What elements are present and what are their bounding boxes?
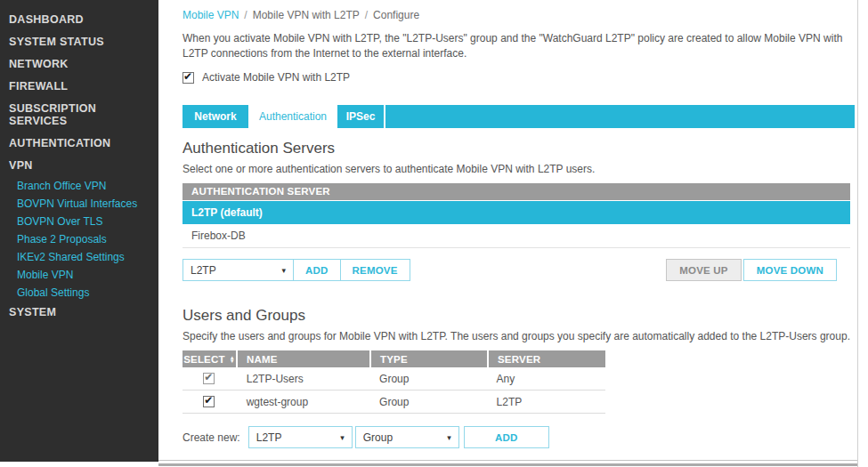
add-server-button[interactable]: ADD bbox=[294, 259, 341, 281]
breadcrumb-link-mobile-vpn[interactable]: Mobile VPN bbox=[183, 9, 239, 21]
column-header-server[interactable]: SERVER bbox=[489, 350, 605, 367]
tab-bar-filler bbox=[385, 105, 855, 128]
sidebar-item-mobile-vpn[interactable]: Mobile VPN bbox=[0, 266, 158, 284]
create-new-type-select[interactable]: Group ▾ bbox=[355, 426, 459, 448]
breadcrumb-separator: / bbox=[365, 9, 368, 21]
chevron-down-icon: ▾ bbox=[340, 433, 345, 442]
frame-bottom-edge bbox=[158, 463, 857, 466]
sidebar-item-global-settings[interactable]: Global Settings bbox=[0, 284, 158, 302]
auth-servers-table-header: AUTHENTICATION SERVER bbox=[183, 183, 850, 200]
move-down-button[interactable]: MOVE DOWN bbox=[743, 259, 837, 281]
intro-description: When you activate Mobile VPN with L2TP, … bbox=[183, 31, 843, 61]
main-content: Mobile VPN/Mobile VPN with L2TP/Configur… bbox=[158, 0, 858, 467]
row-server: Any bbox=[488, 373, 604, 385]
column-header-type[interactable]: TYPE bbox=[371, 350, 487, 367]
auth-server-row-firebox-db[interactable]: Firebox-DB bbox=[183, 224, 850, 248]
chevron-down-icon: ▾ bbox=[281, 266, 286, 275]
activate-row: Activate Mobile VPN with L2TP bbox=[183, 71, 857, 84]
sidebar: DASHBOARD SYSTEM STATUS NETWORK FIREWALL… bbox=[0, 0, 158, 462]
activate-l2tp-label: Activate Mobile VPN with L2TP bbox=[202, 71, 350, 84]
create-new-server-select[interactable]: L2TP ▾ bbox=[248, 426, 353, 448]
column-header-name[interactable]: NAME bbox=[238, 350, 369, 367]
create-new-row: Create new: L2TP ▾ Group ▾ ADD bbox=[183, 426, 857, 448]
sidebar-item-branch-office-vpn[interactable]: Branch Office VPN bbox=[0, 177, 158, 195]
sidebar-item-bovpn-over-tls[interactable]: BOVPN Over TLS bbox=[0, 213, 158, 230]
users-groups-table: SELECT ▲▼ NAME TYPE SERVER L2TP-Users Gr… bbox=[183, 350, 605, 414]
sort-icon: ▲▼ bbox=[230, 356, 235, 363]
create-new-label: Create new: bbox=[183, 431, 240, 444]
sidebar-item-network[interactable]: NETWORK bbox=[0, 53, 158, 76]
sidebar-item-vpn[interactable]: VPN bbox=[0, 155, 158, 177]
chevron-down-icon: ▾ bbox=[447, 433, 451, 442]
sidebar-item-bovpn-virtual-interfaces[interactable]: BOVPN Virtual Interfaces bbox=[0, 195, 158, 213]
row-select-checkbox[interactable] bbox=[203, 396, 215, 407]
create-new-type-value: Group bbox=[363, 431, 393, 444]
breadcrumb-item-configure: Configure bbox=[373, 9, 419, 21]
column-header-select-label: SELECT bbox=[183, 354, 225, 365]
remove-server-button[interactable]: REMOVE bbox=[341, 259, 410, 281]
breadcrumb: Mobile VPN/Mobile VPN with L2TP/Configur… bbox=[183, 9, 857, 21]
auth-server-select-value: L2TP bbox=[191, 264, 216, 277]
move-up-button[interactable]: MOVE UP bbox=[666, 259, 741, 281]
sidebar-item-phase-2-proposals[interactable]: Phase 2 Proposals bbox=[0, 230, 158, 248]
sidebar-item-system[interactable]: SYSTEM bbox=[0, 302, 158, 324]
sidebar-item-firewall[interactable]: FIREWALL bbox=[0, 76, 158, 98]
table-row: L2TP-Users Group Any bbox=[183, 367, 605, 391]
create-new-server-value: L2TP bbox=[256, 431, 282, 444]
sidebar-item-authentication[interactable]: AUTHENTICATION bbox=[0, 133, 158, 155]
auth-server-select[interactable]: L2TP ▾ bbox=[183, 259, 294, 281]
table-row: wgtest-group Group L2TP bbox=[183, 391, 605, 414]
tab-bar: Network Authentication IPSec bbox=[183, 105, 855, 128]
auth-servers-table: AUTHENTICATION SERVER L2TP (default) Fir… bbox=[183, 183, 850, 248]
column-header-select[interactable]: SELECT ▲▼ bbox=[183, 350, 236, 367]
row-type: Group bbox=[370, 396, 485, 408]
row-name: L2TP-Users bbox=[238, 373, 369, 385]
auth-servers-subtitle: Select one or more authentication server… bbox=[183, 163, 857, 175]
sidebar-item-subscription-services[interactable]: SUBSCRIPTION SERVICES bbox=[0, 98, 158, 133]
add-user-group-button[interactable]: ADD bbox=[464, 426, 549, 448]
sidebar-item-system-status[interactable]: SYSTEM STATUS bbox=[0, 31, 158, 53]
row-name: wgtest-group bbox=[238, 396, 369, 408]
auth-servers-title: Authentication Servers bbox=[183, 140, 857, 157]
row-server: L2TP bbox=[488, 396, 604, 408]
activate-l2tp-checkbox[interactable] bbox=[183, 72, 194, 84]
users-groups-subtitle: Specify the users and groups for Mobile … bbox=[183, 330, 857, 342]
breadcrumb-separator: / bbox=[244, 9, 247, 21]
auth-server-row-l2tp[interactable]: L2TP (default) bbox=[183, 201, 850, 224]
sidebar-item-dashboard[interactable]: DASHBOARD bbox=[0, 9, 158, 31]
row-type: Group bbox=[370, 373, 485, 385]
auth-servers-controls: L2TP ▾ ADD REMOVE MOVE UP MOVE DOWN bbox=[183, 259, 837, 281]
tab-ipsec[interactable]: IPSec bbox=[337, 105, 385, 128]
users-groups-table-header-row: SELECT ▲▼ NAME TYPE SERVER bbox=[183, 350, 605, 367]
users-groups-title: Users and Groups bbox=[183, 307, 857, 325]
tab-authentication[interactable]: Authentication bbox=[250, 105, 337, 128]
sidebar-item-ikev2-shared-settings[interactable]: IKEv2 Shared Settings bbox=[0, 248, 158, 266]
breadcrumb-item-l2tp: Mobile VPN with L2TP bbox=[253, 9, 360, 21]
row-select-checkbox[interactable] bbox=[203, 373, 215, 384]
content-bottom-border bbox=[158, 460, 857, 461]
tab-network[interactable]: Network bbox=[183, 105, 250, 128]
